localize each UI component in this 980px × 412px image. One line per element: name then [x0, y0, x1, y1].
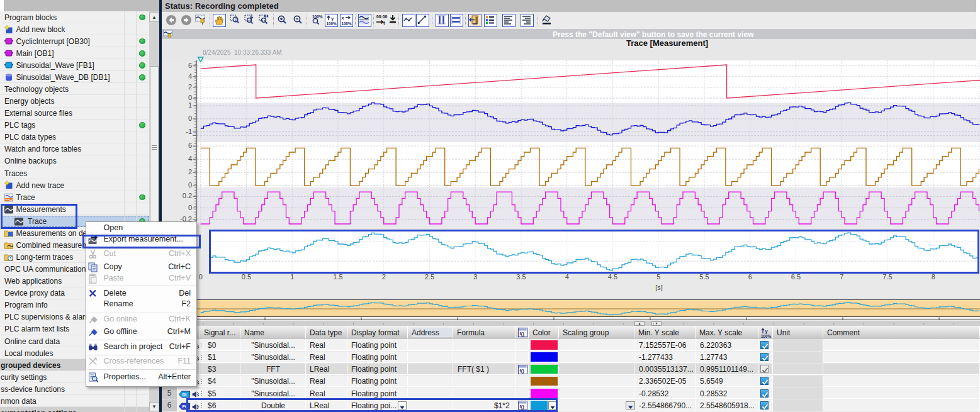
svg-text:100%: 100% [327, 21, 337, 26]
svg-text:y: y [331, 16, 334, 21]
svg-text:100%: 100% [761, 334, 772, 338]
svg-text:x: x [342, 15, 345, 21]
svg-text:t: t [383, 20, 385, 26]
svg-text:f(): f() [520, 331, 524, 337]
svg-text:y: y [765, 328, 768, 334]
svg-text:00:00: 00:00 [376, 14, 388, 19]
svg-text:f(): f() [520, 369, 524, 374]
svg-text:100%: 100% [312, 14, 323, 19]
svg-text:DI: DI [183, 393, 187, 397]
svg-text:100%: 100% [342, 21, 352, 26]
